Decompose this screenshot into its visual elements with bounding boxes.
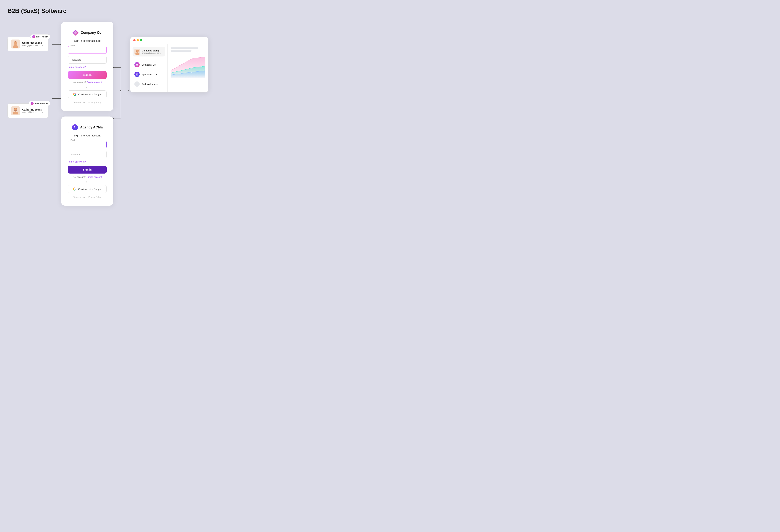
workspace-label-company: Company Co.	[142, 63, 156, 66]
workspace-icon-agency: A	[134, 72, 140, 77]
agency-email-input[interactable]	[68, 141, 107, 148]
user-name-admin: Catherine Wong	[22, 41, 43, 44]
user-email-member: cwong@business.com	[22, 111, 43, 113]
traffic-light-red	[133, 39, 136, 41]
svg-point-21	[135, 52, 139, 55]
role-badge-admin: ● Role: Admin	[30, 34, 50, 39]
arrow-member	[52, 97, 61, 99]
agency-google-button[interactable]: Continue with Google	[68, 185, 107, 193]
svg-point-29	[201, 66, 202, 67]
company-password-field[interactable]	[68, 56, 107, 63]
company-google-button[interactable]: Continue with Google	[68, 90, 107, 98]
user-name-member: Catherine Wong	[22, 108, 43, 111]
connector-lines	[113, 33, 128, 149]
svg-marker-19	[128, 90, 129, 92]
company-no-account: Not account? Create account	[68, 81, 107, 84]
agency-logo: A Agency ACME	[68, 124, 107, 131]
chart-area	[170, 55, 205, 78]
company-terms-link[interactable]: Terms of Use	[73, 101, 85, 103]
agency-create-account-link[interactable]: Create account	[87, 176, 102, 178]
svg-point-27	[181, 70, 181, 71]
user-card-admin: ● Role: Admin Catherine Wong cwong@busin…	[7, 37, 48, 51]
company-or-divider: or	[68, 86, 107, 88]
workspace-item-add[interactable]: + Add workspace	[133, 80, 165, 89]
agency-sign-in-button[interactable]: Sign in	[68, 166, 107, 174]
workspace-icon-company	[134, 62, 140, 67]
profile-email: cwong@business.com	[142, 52, 160, 54]
company-subtitle: Sign in to your account	[68, 39, 107, 42]
company-privacy-link[interactable]: Privacy Policy	[88, 101, 101, 103]
agency-terms-link[interactable]: Terms of Use	[73, 196, 85, 198]
page-title: B2B (SaaS) Software	[7, 7, 773, 14]
traffic-light-green	[140, 39, 142, 41]
company-email-label: Email	[70, 45, 76, 47]
agency-privacy-link[interactable]: Privacy Policy	[88, 196, 101, 198]
role-label-member: Role: Member	[35, 102, 48, 105]
agency-password-field[interactable]	[68, 151, 107, 158]
content-placeholder-2	[170, 50, 191, 52]
company-password-input[interactable]	[68, 56, 107, 63]
window-titlebar	[130, 37, 208, 44]
google-icon	[73, 93, 77, 96]
agency-no-account: Not account? Create account	[68, 176, 107, 178]
role-icon-member: ●	[31, 102, 34, 105]
company-logo-name: Company Co.	[81, 31, 102, 35]
traffic-light-yellow	[137, 39, 139, 41]
profile-avatar	[134, 49, 140, 55]
user-card-member: ● Role: Member Catherine Wong cwong@busi…	[7, 103, 48, 118]
agency-subtitle: Sign in to your account	[68, 134, 107, 137]
svg-point-23	[137, 50, 139, 52]
svg-point-31	[191, 72, 192, 72]
company-logo: Company Co.	[68, 29, 107, 36]
arrow-admin	[52, 43, 61, 45]
add-workspace-icon: +	[134, 82, 140, 87]
company-email-field[interactable]: Email	[68, 46, 107, 54]
workspace-label-agency: Agency ACME	[142, 73, 157, 76]
profile-name: Catherine Wong	[142, 49, 160, 52]
svg-point-30	[181, 73, 181, 74]
svg-point-1	[13, 45, 18, 48]
agency-email-label: Email	[70, 139, 76, 141]
agency-or-divider: or	[68, 181, 107, 183]
window-sidebar: Catherine Wong cwong@business.com Com	[130, 44, 167, 92]
profile-section: Catherine Wong cwong@business.com	[133, 47, 165, 56]
workspace-item-agency[interactable]: A Agency ACME	[133, 70, 165, 79]
role-label-admin: Role: Admin	[36, 36, 48, 38]
role-icon: ●	[32, 35, 35, 38]
agency-forgot-password[interactable]: Forgot password?	[68, 160, 107, 163]
svg-point-5	[13, 112, 18, 114]
agency-email-field[interactable]: Email	[68, 141, 107, 148]
google-icon-agency	[73, 187, 77, 191]
add-workspace-label: Add workspace	[142, 83, 158, 86]
avatar-member	[11, 106, 20, 115]
company-forgot-password[interactable]: Forgot password?	[68, 66, 107, 68]
window-content	[167, 44, 208, 92]
svg-marker-24	[136, 63, 138, 66]
content-placeholder-1	[170, 47, 198, 49]
agency-login-card: A Agency ACME Sign in to your account Em…	[61, 116, 113, 206]
agency-password-input[interactable]	[68, 151, 107, 158]
company-create-account-link[interactable]: Create account	[87, 81, 102, 84]
svg-point-28	[191, 68, 192, 68]
svg-text:A: A	[74, 126, 76, 129]
svg-point-16	[120, 90, 121, 91]
user-email-admin: cwong@business.com	[22, 44, 43, 47]
company-email-input[interactable]	[68, 46, 107, 54]
app-window: Catherine Wong cwong@business.com Com	[130, 37, 208, 92]
company-sign-in-button[interactable]: Sign in	[68, 71, 107, 79]
company-login-card: Company Co. Sign in to your account Emai…	[61, 22, 113, 111]
company-footer: Terms of Use Privacy Policy	[68, 101, 107, 103]
agency-footer: Terms of Use Privacy Policy	[68, 196, 107, 198]
svg-text:A: A	[136, 74, 138, 76]
workspace-item-company[interactable]: Company Co.	[133, 60, 165, 69]
role-badge-member: ● Role: Member	[29, 101, 50, 106]
agency-logo-name: Agency ACME	[80, 126, 103, 129]
avatar-admin	[11, 40, 20, 48]
